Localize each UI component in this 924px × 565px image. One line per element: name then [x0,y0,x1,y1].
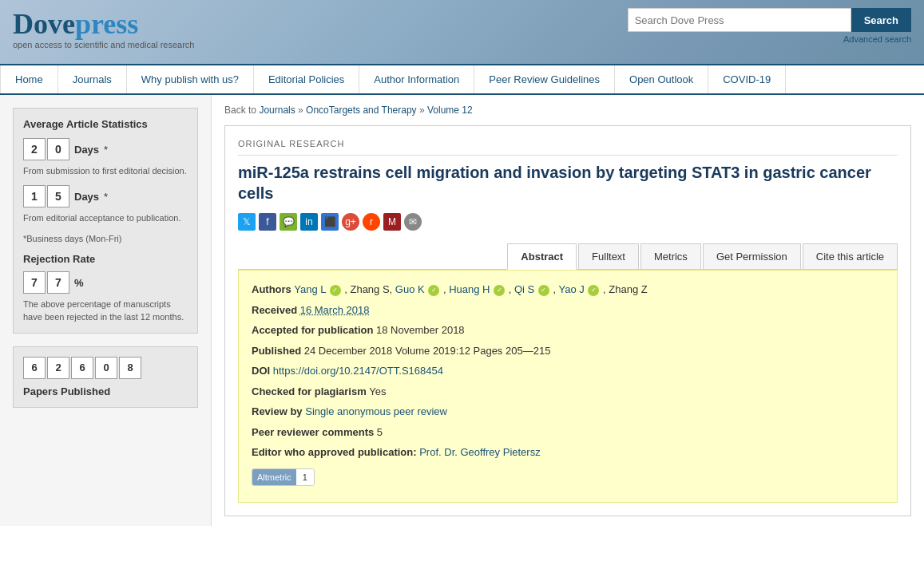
social-icons: 𝕏 f 💬 in ⬛ g+ r M ✉ [238,213,898,231]
received-label: Received [252,304,297,316]
plagiarism-value: Yes [369,385,386,397]
article-meta: Authors Yang L ✓ , Zhang S, Guo K ✓ , Hu… [238,270,898,503]
nav-item-author-info[interactable]: Author Information [359,65,474,93]
altmetric-badge[interactable]: Altmetric 1 [252,468,315,487]
nav-item-journals[interactable]: Journals [58,65,127,93]
rejection-digit2: 7 [47,271,69,294]
sidebar: Average Article Statistics 2 0 Days * Fr… [0,95,212,526]
accepted-date: 18 November 2018 [376,324,465,336]
rejection-desc: The above percentage of manuscripts have… [23,298,188,323]
received-date[interactable]: 16 March 2018 [300,304,370,316]
stat2-digit1: 1 [23,185,46,207]
email-icon[interactable]: ✉ [404,213,422,231]
plagiarism-label: Checked for plagiarism [252,385,367,397]
tab-abstract[interactable]: Abstract [507,243,577,270]
review-link[interactable]: Single anonymous peer review [305,405,447,417]
logo-tagline: open access to scientific and medical re… [13,40,194,49]
author-huang-h[interactable]: Huang H [449,283,490,295]
search-input[interactable] [628,8,851,32]
googleplus-icon[interactable]: g+ [342,213,359,231]
altmetric-score: 1 [296,469,314,486]
nav-item-editorial-policies[interactable]: Editorial Policies [254,65,359,93]
meta-published: Published 24 December 2018 Volume 2019:1… [252,343,884,359]
meta-altmetric: Altmetric 1 [252,465,884,487]
orcid-huang: ✓ [494,285,505,296]
article-inner: ORIGINAL RESEARCH miR-125a restrains cel… [225,126,910,516]
article-title: miR-125a restrains cell migration and in… [238,162,898,203]
twitter-icon[interactable]: 𝕏 [238,213,256,231]
published-label: Published [252,345,301,357]
nav-item-peer-review[interactable]: Peer Review Guidelines [474,65,615,93]
logo-press: press [75,8,138,40]
stat2-desc: From editorial acceptance to publication… [23,212,188,224]
stat1-asterisk: * [104,144,108,156]
tab-get-permission[interactable]: Get Permission [703,243,801,269]
nav-bar: Home Journals Why publish with us? Edito… [0,64,924,95]
stat1-boxes: 2 0 Days * [23,138,188,160]
logo: Dovepress open access to scientific and … [13,10,194,49]
orcid-guo: ✓ [428,285,439,296]
author-sep5: , Zhang Z [603,283,648,295]
editor-link[interactable]: Prof. Dr. Geoffrey Pietersz [419,446,540,458]
tab-cite-article[interactable]: Cite this article [803,243,898,269]
meta-doi: DOI https://doi.org/10.2147/OTT.S168454 [252,363,884,379]
nav-item-open-outlook[interactable]: Open Outlook [615,65,708,93]
stats-title: Average Article Statistics [23,118,188,130]
breadcrumb-volume[interactable]: Volume 12 [427,105,473,116]
stat1-digit1: 2 [23,138,46,160]
breadcrumb-journals[interactable]: Journals [259,105,295,116]
papers-section: 6 2 6 0 8 Papers Published [13,346,198,408]
mendeley-icon[interactable]: M [383,213,401,231]
author-yao-j[interactable]: Yao J [559,283,585,295]
author-guo-k[interactable]: Guo K [395,283,425,295]
nav-item-why-publish[interactable]: Why publish with us? [127,65,254,93]
stat1-digit2: 0 [47,138,69,160]
wechat-icon[interactable]: 💬 [280,213,297,231]
doi-label: DOI [252,365,270,377]
doi-link[interactable]: https://doi.org/10.2147/OTT.S168454 [273,365,443,377]
article-box: ORIGINAL RESEARCH miR-125a restrains cel… [224,125,911,516]
stat2-asterisk: * [104,191,108,203]
meta-review: Review by Single anonymous peer review [252,404,884,420]
rejection-title: Rejection Rate [23,253,188,265]
stats-section: Average Article Statistics 2 0 Days * Fr… [13,108,198,334]
breadcrumb: Back to Journals » OncoTargets and Thera… [224,105,911,116]
reviewer-comments-value: 5 [377,426,383,438]
author-sep1: , Zhang S, [344,283,395,295]
author-qi-s[interactable]: Qi S [514,283,534,295]
search-button[interactable]: Search [851,8,911,32]
altmetric-label: Altmetric [252,469,296,486]
search-area: Search Advanced search [628,8,911,44]
papers-digit3: 6 [71,357,93,379]
advanced-search-link[interactable]: Advanced search [843,34,911,44]
meta-reviewer-comments: Peer reviewer comments 5 [252,425,884,441]
article-type: ORIGINAL RESEARCH [238,139,898,156]
papers-digit2: 2 [47,357,69,379]
meta-accepted: Accepted for publication 18 November 201… [252,322,884,338]
tab-fulltext[interactable]: Fulltext [578,243,639,269]
delicious-icon[interactable]: ⬛ [321,213,339,231]
author-sep3: , [509,283,514,295]
tab-metrics[interactable]: Metrics [640,243,701,269]
review-label: Review by [252,405,303,417]
nav-item-home[interactable]: Home [0,65,58,93]
content-area: Back to Journals » OncoTargets and Thera… [212,95,924,526]
meta-editor: Editor who approved publication: Prof. D… [252,444,884,460]
business-days: *Business days (Mon-Fri) [23,233,188,245]
facebook-icon[interactable]: f [259,213,276,231]
published-text: 24 December 2018 Volume 2019:12 Pages 20… [304,345,551,357]
meta-authors: Authors Yang L ✓ , Zhang S, Guo K ✓ , Hu… [252,282,884,298]
stat1-label: Days [74,144,99,156]
search-row: Search [628,8,911,32]
nav-item-covid19[interactable]: COVID-19 [708,65,786,93]
editor-label: Editor who approved publication: [252,446,417,458]
meta-plagiarism: Checked for plagiarism Yes [252,384,884,400]
reddit-icon[interactable]: r [363,213,380,231]
linkedin-icon[interactable]: in [300,213,318,231]
logo-dove: Dove [13,8,75,40]
header-banner: Dovepress open access to scientific and … [0,0,924,64]
author-yang-l[interactable]: Yang L [294,283,326,295]
authors-label: Authors [252,283,291,295]
breadcrumb-journal[interactable]: OncoTargets and Therapy [306,105,417,116]
reviewer-comments-label: Peer reviewer comments [252,426,374,438]
